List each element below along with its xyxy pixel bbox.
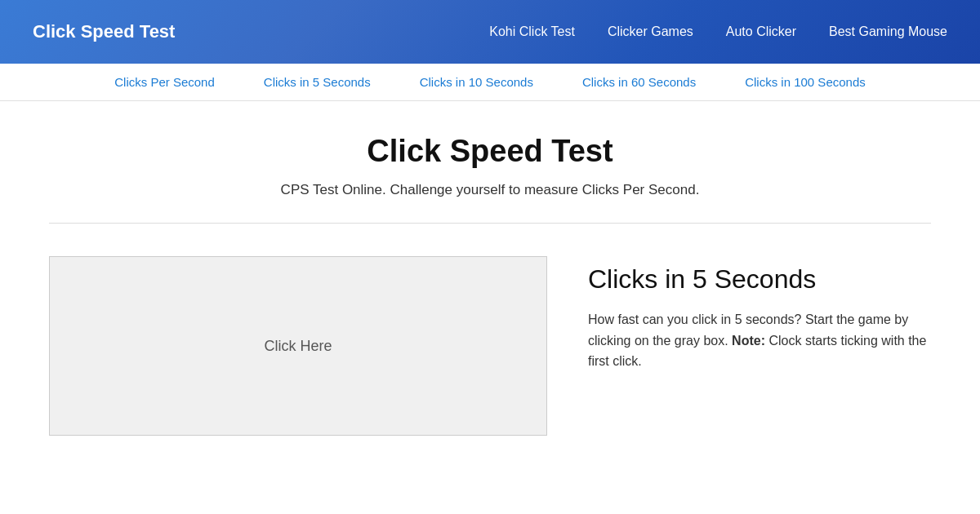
page-title: Click Speed Test <box>49 134 931 169</box>
nav-links: Kohi Click Test Clicker Games Auto Click… <box>489 24 947 39</box>
divider <box>49 223 931 224</box>
subnav-clicks-5s[interactable]: Clicks in 5 Seconds <box>264 75 371 89</box>
nav-link-auto-clicker[interactable]: Auto Clicker <box>726 24 796 39</box>
click-box[interactable]: Click Here <box>49 256 547 436</box>
subnav-clicks-100s[interactable]: Clicks in 100 Seconds <box>745 75 866 89</box>
nav-link-clicker-games[interactable]: Clicker Games <box>608 24 693 39</box>
brand-logo: Click Speed Test <box>33 21 175 42</box>
info-panel: Clicks in 5 Seconds How fast can you cli… <box>588 256 931 372</box>
top-navigation: Click Speed Test Kohi Click Test Clicker… <box>0 0 980 64</box>
main-content: Click Speed Test CPS Test Online. Challe… <box>0 101 980 468</box>
sub-navigation: Clicks Per Second Clicks in 5 Seconds Cl… <box>0 64 980 101</box>
click-box-container: Click Here <box>49 256 547 436</box>
info-title: Clicks in 5 Seconds <box>588 264 931 295</box>
info-description: How fast can you click in 5 seconds? Sta… <box>588 309 931 372</box>
subnav-clicks-60s[interactable]: Clicks in 60 Seconds <box>582 75 696 89</box>
page-subtitle: CPS Test Online. Challenge yourself to m… <box>49 182 931 198</box>
nav-link-best-gaming-mouse[interactable]: Best Gaming Mouse <box>829 24 947 39</box>
nav-link-kohi[interactable]: Kohi Click Test <box>489 24 575 39</box>
content-area: Click Here Clicks in 5 Seconds How fast … <box>49 256 931 436</box>
subnav-clicks-10s[interactable]: Clicks in 10 Seconds <box>420 75 533 89</box>
subnav-clicks-per-second[interactable]: Clicks Per Second <box>114 75 215 89</box>
info-note-label: Note: <box>732 334 765 348</box>
click-box-label: Click Here <box>264 338 332 355</box>
